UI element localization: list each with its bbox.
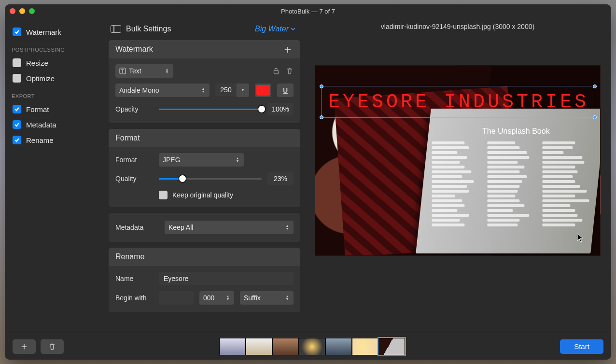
preview-column: vladimir-kudinov-92149-unsplash.jpg (300… <box>304 18 611 333</box>
font-size-input[interactable]: 250 <box>215 84 237 96</box>
window-title: PhotoBulk — 7 of 7 <box>5 8 611 15</box>
cursor-icon <box>577 233 584 243</box>
position-select[interactable]: Suffix ▲▼ <box>240 291 294 305</box>
thumbnail[interactable] <box>246 338 272 355</box>
format-select[interactable]: JPEG ▲▼ <box>159 153 244 167</box>
checkbox-icon[interactable] <box>13 74 21 83</box>
opacity-value: 100% <box>267 103 294 115</box>
trash-icon <box>48 343 56 350</box>
preset-dropdown[interactable]: Big Water <box>255 25 295 33</box>
sidebar-item-label: Optimize <box>26 74 55 83</box>
chevron-down-icon <box>291 28 295 31</box>
svg-rect-1 <box>274 70 279 74</box>
remove-image-button[interactable] <box>41 339 64 354</box>
settings-title: Bulk Settings <box>126 25 171 33</box>
resize-handle-nw[interactable] <box>320 84 323 88</box>
format-panel: Format Format JPEG ▲▼ Quality <box>109 129 300 207</box>
close-window-button[interactable] <box>10 8 15 14</box>
start-label: Start <box>574 342 589 350</box>
preview-filename: vladimir-kudinov-92149-unsplash.jpg (300… <box>381 23 534 30</box>
panel-title: Watermark <box>115 45 153 54</box>
chevron-updown-icon: ▲▼ <box>235 157 240 163</box>
plus-icon: ＋ <box>19 340 29 353</box>
zoom-window-button[interactable] <box>29 8 35 14</box>
chevron-updown-icon: ▲▼ <box>225 295 230 301</box>
add-images-button[interactable]: ＋ <box>13 339 36 354</box>
opacity-slider[interactable] <box>159 109 262 110</box>
checkbox-icon[interactable] <box>13 136 21 144</box>
start-button[interactable]: Start <box>560 339 603 354</box>
keep-original-checkbox[interactable] <box>159 191 168 199</box>
settings-column: Bulk Settings Big Water Watermark ＋ <box>109 18 304 333</box>
sidebar-item-metadata[interactable]: Metadata <box>10 117 104 132</box>
window-controls <box>10 8 35 14</box>
counter-value: 000 <box>203 294 214 302</box>
resize-handle-sw[interactable] <box>320 115 323 119</box>
name-label: Name <box>115 275 153 282</box>
minimize-window-button[interactable] <box>19 8 25 14</box>
underline-button[interactable]: U <box>277 84 294 97</box>
thumbnail[interactable] <box>272 338 299 355</box>
font-size-stepper[interactable]: ▼ <box>237 84 249 97</box>
watermark-type-select[interactable]: Text ▲▼ <box>115 64 173 78</box>
preview-image[interactable]: The Unsplash Book EYESORE INDUSTRIES <box>315 65 601 256</box>
sidebar-group-export: EXPORT <box>12 93 104 99</box>
quality-value: 23% <box>267 172 294 185</box>
checkbox-icon[interactable] <box>13 120 21 129</box>
sidebar-item-label: Watermark <box>26 28 61 36</box>
preview-area: The Unsplash Book EYESORE INDUSTRIES <box>310 36 605 328</box>
sidebar-item-format[interactable]: Format <box>10 102 104 116</box>
color-swatch <box>256 85 270 96</box>
thumbnail-selected[interactable] <box>378 338 405 355</box>
footer-bar: ＋ Start <box>5 333 611 360</box>
sidebar-item-watermark[interactable]: Watermark <box>10 25 104 39</box>
thumbnail[interactable] <box>219 338 246 355</box>
resize-handle-ne[interactable] <box>593 84 597 88</box>
title-bar: PhotoBulk — 7 of 7 <box>5 4 611 18</box>
sidebar-group-postprocessing: POSTPROCESSING <box>12 47 104 53</box>
metadata-panel: Metadata Keep All ▲▼ <box>109 213 300 242</box>
sidebar-toggle-icon[interactable] <box>111 25 121 33</box>
thumbnail[interactable] <box>299 338 325 355</box>
checkbox-icon[interactable] <box>13 28 21 36</box>
thumbnail[interactable] <box>352 338 378 355</box>
sidebar: Watermark POSTPROCESSING Resize Optimize… <box>5 18 109 333</box>
sidebar-item-resize[interactable]: Resize <box>10 56 104 70</box>
text-type-icon <box>119 68 126 74</box>
metadata-select[interactable]: Keep All ▲▼ <box>165 221 294 234</box>
rename-panel: Rename Name Begin with 000 ▲▼ <box>109 248 300 312</box>
watermark-type-value: Text <box>129 67 141 75</box>
chevron-down-icon: ▼ <box>240 89 245 92</box>
sidebar-item-rename[interactable]: Rename <box>10 133 104 147</box>
keep-original-label: Keep original quality <box>172 191 233 199</box>
opacity-label: Opacity <box>115 105 153 113</box>
chevron-updown-icon: ▲▼ <box>285 295 290 301</box>
sidebar-item-label: Rename <box>26 136 54 144</box>
font-select[interactable]: Andale Mono ▲▼ <box>115 84 210 97</box>
begin-with-input[interactable] <box>159 291 194 305</box>
trash-icon[interactable] <box>286 67 294 75</box>
sidebar-item-optimize[interactable]: Optimize <box>10 71 104 85</box>
color-picker-button[interactable] <box>255 84 271 97</box>
preset-name: Big Water <box>255 25 289 33</box>
thumbnail-strip <box>70 338 554 355</box>
counter-select[interactable]: 000 ▲▼ <box>199 291 234 305</box>
thumbnail[interactable] <box>325 338 352 355</box>
resize-handle-se[interactable] <box>593 115 597 119</box>
sidebar-item-label: Format <box>26 105 49 113</box>
add-watermark-button[interactable]: ＋ <box>282 45 294 54</box>
chevron-updown-icon: ▲▼ <box>165 68 169 74</box>
font-value: Andale Mono <box>119 86 159 94</box>
quality-slider[interactable] <box>159 178 262 180</box>
checkbox-icon[interactable] <box>13 105 21 113</box>
format-label: Format <box>115 156 153 164</box>
name-input[interactable] <box>159 272 294 285</box>
quality-label: Quality <box>115 175 153 182</box>
book-title: The Unsplash Book <box>429 127 601 136</box>
watermark-bounding-box[interactable]: EYESORE INDUSTRIES <box>321 86 595 118</box>
watermark-text: EYESORE INDUSTRIES <box>328 91 589 113</box>
format-value: JPEG <box>163 156 181 164</box>
panel-title: Format <box>115 134 140 142</box>
lock-icon[interactable] <box>272 67 280 75</box>
checkbox-icon[interactable] <box>13 58 21 67</box>
